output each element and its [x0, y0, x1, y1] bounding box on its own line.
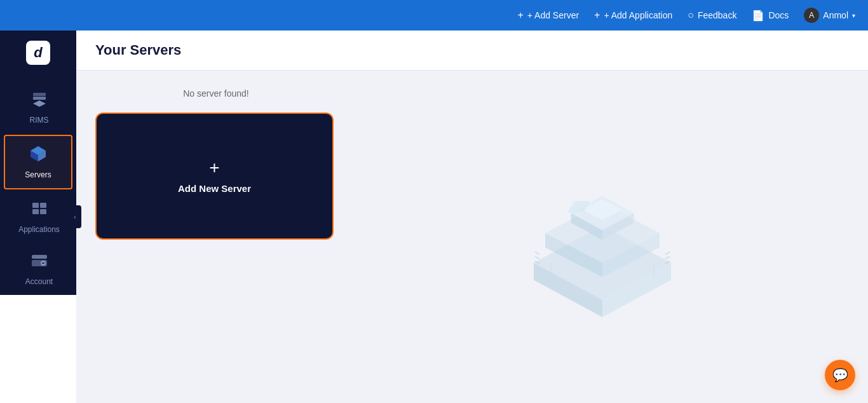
- svg-rect-0: [33, 97, 46, 100]
- svg-rect-9: [40, 209, 46, 214]
- top-nav: + + Add Server + + Add Application ○ Fee…: [0, 0, 868, 31]
- add-application-button[interactable]: + + Add Application: [594, 10, 672, 21]
- applications-icon: [31, 200, 48, 221]
- svg-line-28: [535, 256, 539, 259]
- svg-line-31: [665, 256, 670, 259]
- add-new-server-card[interactable]: + Add New Server: [95, 113, 334, 240]
- page-title: Your Servers: [95, 42, 849, 58]
- add-application-label: + Add Application: [604, 10, 672, 20]
- svg-rect-1: [33, 93, 46, 96]
- sidebar: d RIMS: [0, 31, 76, 295]
- svg-marker-2: [33, 100, 46, 107]
- content-area: Your Servers No server found! + Add New …: [76, 31, 868, 403]
- collapse-icon: ‹: [74, 214, 76, 221]
- add-server-label: + Add Server: [527, 10, 579, 20]
- sidebar-logo: d: [22, 37, 54, 69]
- sidebar-item-applications[interactable]: Applications: [0, 191, 76, 243]
- applications-label: Applications: [18, 225, 60, 234]
- plus-icon: +: [517, 10, 523, 21]
- server-illustration: [488, 148, 717, 326]
- account-label: Account: [25, 277, 53, 286]
- user-name: Anmol: [823, 10, 848, 20]
- sidebar-item-account[interactable]: Account: [0, 243, 76, 295]
- user-menu[interactable]: A Anmol ▾: [804, 8, 855, 23]
- svg-rect-7: [40, 203, 46, 208]
- no-server-text: No server found!: [95, 83, 337, 104]
- servers-label: Servers: [25, 170, 51, 179]
- sidebar-wrapper: d RIMS: [0, 31, 76, 403]
- chat-icon: ○: [688, 10, 694, 21]
- add-new-server-label: Add New Server: [178, 183, 251, 194]
- illustration-area: [356, 83, 849, 390]
- sidebar-item-servers[interactable]: Servers: [4, 135, 72, 189]
- account-icon: [31, 252, 48, 273]
- doc-icon: 📄: [752, 10, 764, 22]
- chat-bubble-button[interactable]: 💬: [825, 360, 855, 390]
- rims-label: RIMS: [30, 116, 49, 125]
- page-header: Your Servers: [76, 31, 868, 71]
- svg-rect-6: [32, 203, 39, 208]
- servers-icon: [29, 145, 47, 167]
- avatar-icon: A: [804, 8, 819, 23]
- sidebar-collapse-button[interactable]: ‹: [69, 205, 81, 228]
- rims-icon: [31, 90, 48, 112]
- chevron-down-icon: ▾: [852, 12, 855, 19]
- servers-section: No server found! + Add New Server: [95, 83, 337, 390]
- sidebar-item-rims[interactable]: RIMS: [0, 81, 76, 133]
- chat-bubble-icon: 💬: [832, 367, 848, 383]
- docs-button[interactable]: 📄 Docs: [752, 10, 789, 22]
- add-new-plus-icon: +: [209, 159, 219, 177]
- main-layout: d RIMS: [0, 31, 868, 403]
- feedback-label: Feedback: [698, 10, 736, 20]
- docs-label: Docs: [768, 10, 789, 20]
- svg-line-30: [665, 252, 670, 254]
- logo: d: [26, 41, 50, 65]
- svg-rect-8: [32, 209, 39, 214]
- svg-line-27: [535, 252, 539, 254]
- page-body: No server found! + Add New Server: [76, 71, 868, 403]
- add-server-button[interactable]: + + Add Server: [517, 10, 579, 21]
- svg-rect-10: [32, 255, 47, 259]
- feedback-button[interactable]: ○ Feedback: [688, 10, 736, 21]
- plus-icon-2: +: [594, 10, 600, 21]
